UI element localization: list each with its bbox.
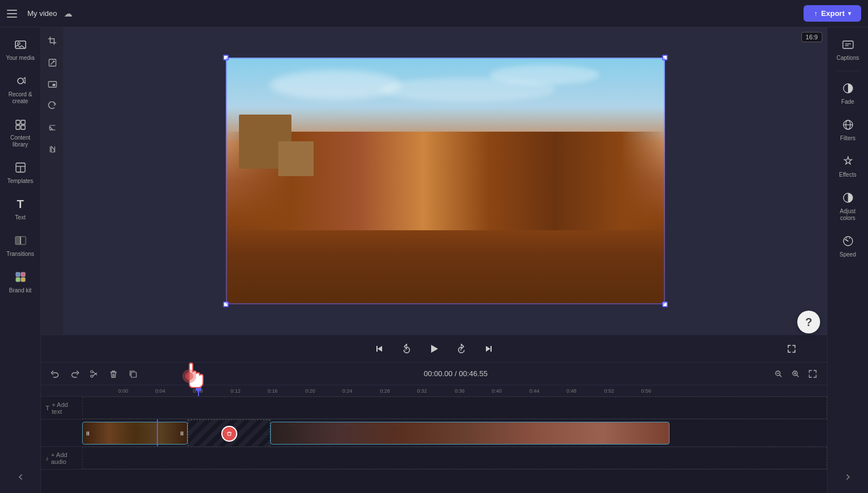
audio-track-label: ♪ + Add audio <box>41 451 82 465</box>
canvas-wrapper: 16:9 <box>64 27 827 335</box>
sidebar-item-fade[interactable]: Fade <box>831 76 865 110</box>
svg-rect-13 <box>16 272 20 276</box>
canvas-frame <box>226 58 665 304</box>
sidebar-item-content-library[interactable]: Content library <box>3 112 38 153</box>
resize-handle-bl[interactable] <box>223 301 229 307</box>
templates-icon <box>13 160 29 176</box>
skip-to-end-button[interactable] <box>481 341 497 357</box>
right-sidebar-divider-1 <box>837 71 859 71</box>
canvas-toolbar <box>41 27 64 335</box>
svg-text:5: 5 <box>460 348 462 352</box>
video-clip-1[interactable]: ⏸ ⏸ <box>82 422 188 445</box>
sidebar-label-templates: Templates <box>7 178 34 185</box>
sidebar-item-templates[interactable]: Templates <box>3 155 38 189</box>
sidebar-item-brand-kit[interactable]: Brand kit <box>3 264 38 299</box>
transitions-icon <box>13 233 29 248</box>
skip-to-start-button[interactable] <box>371 341 387 357</box>
svg-rect-24 <box>131 372 136 377</box>
clip-end-handle[interactable]: ⏸ <box>179 430 185 437</box>
sidebar-item-filters[interactable]: Filters <box>831 112 865 146</box>
add-audio-label[interactable]: + Add audio <box>51 451 78 465</box>
sidebar-item-adjust-colors[interactable]: Adjust colors <box>831 185 865 226</box>
undo-button[interactable] <box>48 366 63 381</box>
svg-point-2 <box>18 78 23 84</box>
sidebar-label-text: Text <box>15 214 25 221</box>
svg-rect-5 <box>16 125 20 129</box>
svg-rect-11 <box>21 237 26 245</box>
help-button[interactable]: ? <box>797 311 820 333</box>
brand-kit-icon <box>13 269 29 285</box>
content-library-icon <box>13 116 29 132</box>
sidebar-item-record-create[interactable]: Record & create <box>3 68 38 109</box>
ruler-mark-0: 0:00 <box>118 388 128 394</box>
delete-button[interactable] <box>106 366 121 381</box>
gap-region[interactable]: Delete this gap <box>188 419 270 446</box>
resize-handle-tr[interactable] <box>662 55 668 60</box>
video-clip-2[interactable] <box>270 422 670 445</box>
zoom-controls <box>771 366 820 381</box>
adjust-colors-icon <box>840 190 856 206</box>
right-sidebar-collapse-btn[interactable] <box>843 472 853 488</box>
audio-track-content <box>82 447 827 469</box>
captions-label: Captions <box>837 55 859 62</box>
timeline-scroll[interactable]: 0:00 0:04 0:08 0:12 0:16 0:20 0:24 0:28 … <box>41 385 827 493</box>
flip-vertical-tool[interactable] <box>43 119 62 137</box>
captions-icon <box>840 36 856 52</box>
play-pause-button[interactable] <box>426 341 442 357</box>
sidebar-collapse-btn[interactable] <box>16 472 25 488</box>
timeline-area: 00:00.00 / 00:46.55 <box>41 362 827 493</box>
sidebar-item-captions[interactable]: Captions <box>831 32 865 66</box>
video-preview <box>226 58 665 304</box>
sidebar-label-content-library: Content library <box>6 135 35 148</box>
cut-button[interactable] <box>87 366 102 381</box>
resize-tool[interactable] <box>43 54 62 72</box>
ruler-mark-48: 0:48 <box>566 388 577 394</box>
rotate-tool[interactable] <box>43 97 62 115</box>
ruler-mark-32: 0:32 <box>417 388 427 394</box>
svg-text:5: 5 <box>404 348 406 352</box>
text-track-label: T + Add text <box>41 401 82 415</box>
save-cloud-icon[interactable]: ☁ <box>64 9 72 19</box>
svg-rect-14 <box>21 272 25 276</box>
zoom-out-button[interactable] <box>771 366 786 381</box>
fade-label: Fade <box>841 99 854 105</box>
sidebar-item-effects[interactable]: Effects <box>831 149 865 183</box>
ruler-mark-16: 0:16 <box>267 388 278 394</box>
svg-point-22 <box>91 375 93 377</box>
rewind-5s-button[interactable]: 5 <box>399 341 415 357</box>
resize-handle-br[interactable] <box>662 301 668 307</box>
sidebar-item-text[interactable]: T Text <box>3 192 38 226</box>
ruler-mark-52: 0:52 <box>604 388 614 394</box>
crop-tool[interactable] <box>43 32 62 50</box>
pip-tool[interactable] <box>43 75 62 93</box>
video-track-content[interactable]: ⏸ ⏸ <box>82 419 827 446</box>
ruler-track: 0:00 0:04 0:08 0:12 0:16 0:20 0:24 0:28 … <box>123 385 827 396</box>
ruler-mark-40: 0:40 <box>492 388 502 394</box>
ruler-mark-20: 0:20 <box>305 388 315 394</box>
flip-horizontal-tool[interactable] <box>43 140 62 158</box>
resize-handle-tl[interactable] <box>223 55 229 60</box>
menu-button[interactable] <box>7 7 21 21</box>
text-track: T + Add text <box>41 397 827 419</box>
sidebar-item-speed[interactable]: Speed <box>831 229 865 263</box>
svg-point-1 <box>18 42 20 44</box>
video-track: ⏸ ⏸ <box>41 419 827 447</box>
fullscreen-button[interactable] <box>784 341 800 357</box>
gap-delete-button[interactable] <box>221 426 237 442</box>
forward-5s-button[interactable]: 5 <box>453 341 469 357</box>
fit-to-window-button[interactable] <box>805 366 820 381</box>
canvas-row: 16:9 <box>41 27 827 335</box>
redo-button[interactable] <box>67 366 82 381</box>
playhead <box>198 385 199 396</box>
zoom-in-button[interactable] <box>788 366 803 381</box>
right-sidebar: Captions Fade Filters <box>827 27 868 493</box>
svg-rect-30 <box>843 41 853 48</box>
duplicate-button[interactable] <box>125 366 140 381</box>
export-button[interactable]: ↑ Export ▾ <box>804 5 861 22</box>
sidebar-item-your-media[interactable]: Your media <box>3 32 38 66</box>
sidebar-item-transitions[interactable]: Transitions <box>3 228 38 262</box>
record-create-icon <box>13 73 29 89</box>
add-text-label[interactable]: + Add text <box>52 401 78 415</box>
project-title[interactable]: My video <box>27 9 57 18</box>
ruler-mark-44: 0:44 <box>529 388 540 394</box>
